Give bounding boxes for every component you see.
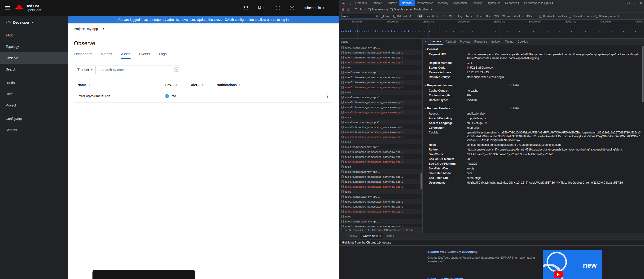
column-header-severity[interactable]: Sev...↕	[162, 80, 187, 90]
sidebar-item-secrets[interactable]: Secrets	[0, 124, 68, 136]
row-kebab-icon[interactable]: ⋮	[321, 94, 334, 99]
scrollbar-thumb[interactable]	[420, 172, 422, 189]
record-network-log-icon[interactable]: ●	[342, 8, 344, 11]
filter-type-wasm[interactable]: Wasm	[501, 14, 511, 18]
preserve-log-checkbox[interactable]: Preserve log	[368, 8, 388, 11]
filter-type-js[interactable]: JS	[440, 14, 447, 18]
sidebar-item-topology[interactable]: Topology	[0, 41, 68, 52]
import-yaml-icon[interactable]: +	[276, 6, 280, 10]
details-tab-response[interactable]: Response	[472, 39, 489, 45]
article-title-link[interactable]: Support WebAssembly debugging	[427, 250, 538, 253]
tab-close-icon[interactable]: ×	[379, 234, 381, 238]
column-header-notifications[interactable]: Notifications↕	[213, 80, 321, 90]
request-row[interactable]: rules?kubernetes_namespace_name=my-app-1	[340, 179, 422, 184]
drawer-tab-issues[interactable]: Issues	[383, 233, 396, 239]
devtools-tab-performance-insights[interactable]: Performance insights	[522, 0, 556, 6]
request-row[interactable]: rules?kubernetes_namespace_name=my-app-1	[340, 154, 422, 159]
request-row[interactable]: rules?namespace=my-app-1	[340, 95, 422, 100]
request-row[interactable]: rules?kubernetes_namespace_name=my-app-1	[340, 199, 422, 204]
perspective-switcher[interactable]: </> Developer ▾	[0, 16, 68, 28]
filter-type-fetch-xhr[interactable]: Fetch/XHR	[424, 14, 440, 18]
search-input[interactable]	[99, 66, 181, 74]
sidebar-item-add[interactable]: +Add	[0, 30, 68, 41]
notifications-button[interactable]: 12	[258, 6, 266, 10]
details-scrollbar[interactable]	[642, 39, 644, 233]
network-filter-input[interactable]	[342, 15, 376, 18]
request-headers-section-header[interactable]: ▾ Request Headers	[424, 106, 641, 111]
close-details-icon[interactable]: ×	[423, 40, 428, 44]
invert-checkbox[interactable]: Invert	[381, 15, 392, 18]
drawer-more-icon[interactable]: ⋮	[340, 234, 345, 238]
devtools-tab-network[interactable]: Network	[400, 0, 414, 6]
request-list-name-header[interactable]: Name	[340, 39, 422, 45]
help-icon[interactable]: ?	[290, 6, 294, 10]
general-section-header[interactable]: ▾ General	[424, 46, 641, 52]
clear-filter-icon[interactable]: ⊗	[376, 15, 379, 18]
request-row[interactable]: rules?kubernetes_namespace_name=my-app-1	[340, 204, 422, 209]
request-row[interactable]: rules?namespace=my-app-1	[340, 194, 422, 199]
request-row[interactable]: rules?kubernetes_namespace_name=my-app-1	[340, 209, 422, 214]
request-row[interactable]: rules	[340, 164, 422, 169]
third-party-requests-checkbox[interactable]: 3rd-party requests	[596, 15, 620, 18]
network-overview[interactable]: 50000 ms100000 ms150000 ms200000 ms25000…	[340, 20, 644, 39]
request-row[interactable]: rules?kubernetes_namespace_name=my-app-1	[340, 80, 422, 85]
devtools-tab-elements[interactable]: Elements	[353, 0, 369, 6]
play-button-icon[interactable]	[554, 271, 563, 277]
response-raw-checkbox[interactable]: Raw	[509, 83, 519, 87]
request-row[interactable]: rules?kubernetes_namespace_name=my-app-1	[340, 110, 422, 115]
throttling-select[interactable]: No throttling▾	[414, 8, 432, 11]
drawer-tab-what-s-new[interactable]: What's New×	[360, 233, 383, 239]
details-tab-preview[interactable]: Preview	[458, 39, 472, 45]
request-row[interactable]: rules?kubernetes_namespace_name=my-app-1	[340, 174, 422, 179]
devtools-tab-sources[interactable]: Sources	[384, 0, 400, 6]
request-raw-checkbox[interactable]: Raw	[509, 106, 519, 110]
user-menu[interactable]: kube:admin ▾	[304, 6, 324, 10]
tab-metrics[interactable]: Metrics	[100, 52, 112, 59]
devtools-tab-console[interactable]: Console	[369, 0, 384, 6]
disable-cache-checkbox[interactable]: Disable cache	[390, 8, 412, 11]
sidebar-item-search[interactable]: Search	[0, 64, 68, 75]
more-options-icon[interactable]: ⋮	[632, 0, 638, 6]
filter-type-doc[interactable]: Doc	[484, 14, 492, 18]
settings-gear-icon[interactable]: ⚙	[626, 0, 632, 6]
filter-type-all[interactable]: All	[417, 14, 423, 18]
request-row[interactable]: rules?kubernetes_namespace_name=my-app-1	[340, 75, 422, 80]
filter-type-media[interactable]: Media	[464, 14, 475, 18]
inspect-element-icon[interactable]	[340, 0, 346, 6]
request-row[interactable]: rules	[340, 214, 422, 219]
has-blocked-cookies-checkbox[interactable]: Has blocked cookies	[539, 15, 567, 18]
request-row[interactable]: rules?kubernetes_namespace_name=my-app-1	[340, 184, 422, 189]
filter-type-manifest[interactable]: Manifest	[512, 14, 525, 18]
drawer-tab-console[interactable]: Console	[345, 233, 360, 239]
request-row[interactable]: rules?kubernetes_namespace_name=my-app-1	[340, 159, 422, 164]
details-tab-payload[interactable]: Payload	[443, 39, 458, 45]
whats-new-video-thumbnail[interactable]: new	[543, 250, 602, 279]
export-har-icon[interactable]: ↑	[438, 8, 440, 11]
request-row[interactable]: rules	[340, 139, 422, 144]
devtools-tab-memory[interactable]: Memory	[436, 0, 450, 6]
response-headers-section-header[interactable]: ▾ Response Headers	[424, 83, 641, 88]
app-launcher-icon[interactable]	[244, 6, 248, 10]
filter-type-css[interactable]: CSS	[447, 14, 456, 18]
request-row[interactable]: rules	[340, 115, 422, 120]
request-row[interactable]: rules?kubernetes_namespace_name=my-app-1	[340, 224, 422, 227]
devtools-tab-security[interactable]: Security	[469, 0, 484, 6]
filter-type-img[interactable]: Img	[456, 14, 464, 18]
filter-toggle-icon[interactable]	[354, 8, 358, 11]
column-header-name[interactable]: Name↕	[74, 80, 162, 90]
sidebar-item-builds[interactable]: Builds	[0, 77, 68, 88]
tab-dashboard[interactable]: Dashboard	[74, 52, 92, 59]
request-row[interactable]: rules?kubernetes_namespace_name=my-app-1	[340, 100, 422, 105]
import-har-icon[interactable]: ↓	[434, 8, 436, 11]
filter-type-ws[interactable]: WS	[493, 14, 500, 18]
devtools-tab-performance[interactable]: Performance	[414, 0, 436, 6]
close-devtools-icon[interactable]: ×	[638, 0, 644, 6]
devtools-tab-lighthouse[interactable]: Lighthouse	[484, 0, 503, 6]
tab-alerts[interactable]: Alerts	[120, 52, 130, 59]
request-row[interactable]: rules?kubernetes_namespace_name=my-app-1	[340, 134, 422, 139]
request-row[interactable]: rules?kubernetes_namespace_name=my-app-1	[340, 85, 422, 90]
devtools-tab-recorder[interactable]: Recorder	[503, 0, 522, 6]
details-tab-initiator[interactable]: Initiator	[489, 39, 502, 45]
request-row[interactable]: rules	[340, 189, 422, 194]
sidebar-item-helm[interactable]: Helm	[0, 88, 68, 100]
